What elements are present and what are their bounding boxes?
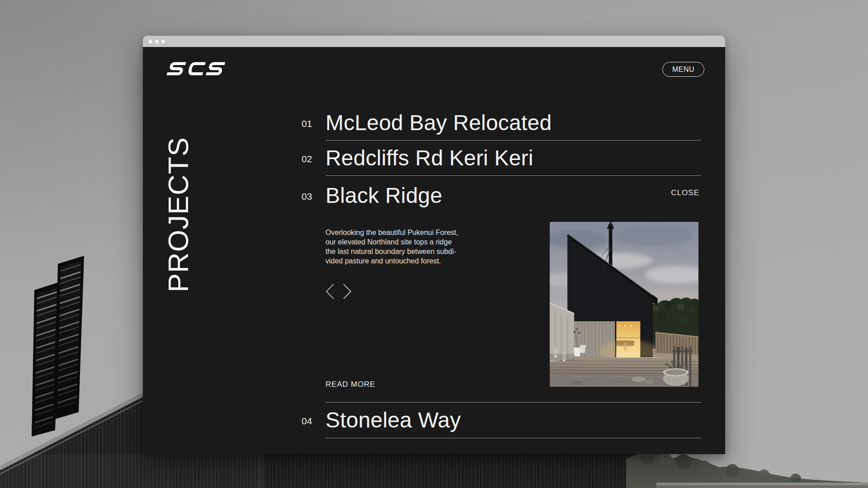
project-row-03-header[interactable]: 03 Black Ridge CLOSE bbox=[326, 176, 701, 216]
menu-button[interactable]: MENU bbox=[662, 62, 704, 77]
next-button[interactable] bbox=[342, 283, 353, 300]
prev-button[interactable] bbox=[325, 283, 335, 300]
project-row-04[interactable]: 04 Stonelea Way bbox=[326, 403, 701, 438]
read-more-button[interactable]: READ MORE bbox=[326, 380, 375, 389]
project-number: 03 bbox=[302, 191, 312, 202]
browser-titlebar bbox=[143, 36, 725, 47]
scs-logo[interactable] bbox=[160, 61, 226, 76]
carousel-controls bbox=[325, 283, 353, 300]
project-list: 01 McLeod Bay Relocated 02 Redcliffs Rd … bbox=[326, 105, 701, 438]
project-title: Redcliffs Rd Keri Keri bbox=[326, 147, 533, 169]
close-button[interactable]: CLOSE bbox=[671, 188, 699, 197]
browser-window: MENU PROJECTS 01 McLeod Bay Relocated 02… bbox=[143, 36, 725, 454]
window-dot-icon bbox=[155, 40, 159, 43]
chevron-right-icon bbox=[342, 283, 353, 300]
project-description: Overlooking the beautiful Pukenui Forest… bbox=[326, 228, 481, 266]
projects-section-label: PROJECTS bbox=[162, 115, 194, 292]
project-row-03-expanded: 03 Black Ridge CLOSE Overlooking the bea… bbox=[326, 176, 701, 403]
project-number: 01 bbox=[302, 118, 312, 129]
window-dot-icon bbox=[161, 40, 165, 43]
window-dot-icon bbox=[149, 40, 152, 43]
project-number: 04 bbox=[302, 416, 312, 427]
project-title: Black Ridge bbox=[326, 185, 442, 206]
chevron-left-icon bbox=[325, 283, 335, 300]
project-row-02[interactable]: 02 Redcliffs Rd Keri Keri bbox=[326, 141, 701, 176]
project-photo bbox=[550, 222, 698, 387]
project-detail: Overlooking the beautiful Pukenui Forest… bbox=[326, 216, 701, 402]
project-number: 02 bbox=[302, 153, 312, 164]
project-title: Stonelea Way bbox=[326, 409, 461, 431]
project-row-01[interactable]: 01 McLeod Bay Relocated bbox=[326, 105, 701, 141]
project-title: McLeod Bay Relocated bbox=[326, 112, 552, 134]
